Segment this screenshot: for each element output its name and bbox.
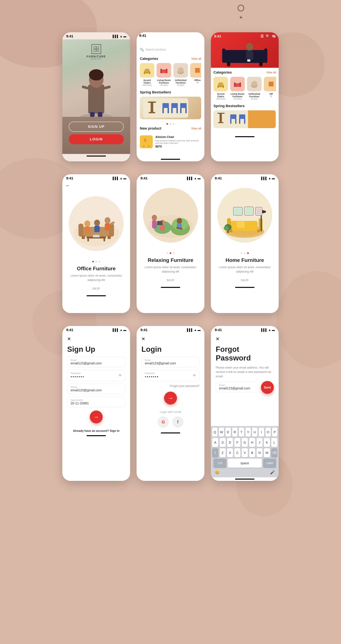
svg-rect-73 [108, 236, 111, 239]
key-d[interactable]: D [227, 438, 233, 447]
key-w[interactable]: W [219, 428, 224, 437]
key-l[interactable]: L [271, 438, 277, 447]
forgot-title: Forgot Password [211, 345, 279, 366]
categories-view-all[interactable]: View all [191, 57, 201, 60]
dot-2 [170, 123, 171, 125]
svg-rect-37 [143, 146, 145, 147]
key-i[interactable]: I [259, 428, 264, 437]
key-g[interactable]: G [242, 438, 248, 447]
detail-cat-2[interactable]: Living Room Furniture 742 items [230, 77, 245, 100]
key-t[interactable]: T [239, 428, 244, 437]
key-o[interactable]: O [265, 428, 271, 437]
key-f[interactable]: F [234, 438, 240, 447]
category-item-2[interactable]: Living Room Furniture 742 items [157, 63, 171, 86]
key-shift[interactable]: ⇧ [212, 448, 218, 457]
key-a[interactable]: A [212, 438, 218, 447]
key-e[interactable]: E [225, 428, 231, 437]
cart-icon[interactable]: 🛍 [200, 38, 204, 44]
key-m[interactable]: M [264, 448, 270, 457]
svg-point-55 [251, 81, 257, 86]
key-j[interactable]: J [256, 438, 263, 447]
login-password-eye-icon[interactable]: 👁 [193, 374, 196, 378]
banner-dots [140, 123, 201, 125]
signup-fab-button[interactable]: → [90, 410, 103, 424]
facebook-login-button[interactable]: f [172, 416, 183, 428]
status-icons-2: ▌▌▌ ▲ ▬ [188, 34, 202, 38]
login-close[interactable]: ✕ [137, 333, 204, 345]
cart-icon-3[interactable]: 🛍 [272, 34, 275, 38]
category-item-4[interactable]: Office 35 [190, 63, 201, 86]
key-k[interactable]: K [264, 438, 270, 447]
forgot-description: Please enter your email address. You wil… [211, 366, 279, 382]
signup-button[interactable]: SIGN UP [69, 122, 124, 132]
key-123[interactable]: 123 [213, 458, 226, 468]
circle-icon [238, 5, 244, 11]
svg-rect-107 [237, 222, 245, 228]
key-c[interactable]: C [234, 448, 240, 457]
key-n[interactable]: N [256, 448, 263, 457]
google-login-button[interactable]: G [158, 416, 169, 428]
svg-rect-34 [185, 108, 187, 113]
key-h[interactable]: H [249, 438, 255, 447]
key-p[interactable]: P [272, 428, 277, 437]
svg-rect-21 [195, 68, 200, 73]
ob3-skip[interactable]: SKIP [241, 279, 249, 282]
category-item-3[interactable]: Unfinished Furniture 53 items [173, 63, 188, 86]
category-item-1[interactable]: Accent Chairs 1500 items [140, 63, 154, 86]
detail-cat-4[interactable]: Off 35 [264, 77, 276, 100]
status-bar-1: 9:41 ▌▌▌ ▲ ▬ [62, 32, 130, 39]
search-icon-3[interactable]: 🔍 [266, 34, 270, 38]
sent-button[interactable]: Sent [261, 381, 274, 394]
cat-count-4: 35 [190, 82, 201, 84]
key-q[interactable]: Q [212, 428, 217, 437]
key-space[interactable]: space [228, 458, 262, 468]
hamburger-icon-3[interactable]: ☰ [260, 34, 264, 38]
keyboard-row-3: ⇧ Z X C V B N M ⌫ [212, 448, 277, 457]
login-title: Login [137, 345, 204, 357]
login-email-field[interactable]: Email email123@gmail.com [141, 357, 200, 367]
new-product-view-all[interactable]: View all [191, 127, 201, 130]
key-z[interactable]: Z [220, 448, 226, 457]
key-u[interactable]: U [252, 428, 257, 437]
signup-phone-field[interactable]: Phone email123@gmail.com [67, 384, 125, 394]
plus-icon: + [239, 14, 242, 20]
svg-rect-27 [162, 108, 164, 113]
key-r[interactable]: R [232, 428, 237, 437]
login-password-field[interactable]: Password ••••••• 👁 [141, 370, 200, 381]
signup-dob-field[interactable]: Date of birth 20-11-20991 [67, 397, 125, 407]
login-button[interactable]: LOGIN [69, 134, 124, 144]
forgot-password-link[interactable]: Forgot your password? [141, 384, 200, 388]
ob1-text: Office Furniture Lorem ipsum dolor sit a… [62, 266, 130, 282]
ob2-skip[interactable]: SKIP [166, 279, 174, 282]
signup-email-field[interactable]: Email email123@gmail.com [67, 357, 125, 367]
key-label[interactable]: Label [263, 458, 276, 468]
key-b[interactable]: B [249, 448, 255, 457]
ob1-skip[interactable]: SKIP [92, 287, 100, 290]
svg-rect-64 [239, 114, 245, 119]
detail-cat-1[interactable]: Accent Chairs 1500 items [213, 77, 228, 100]
key-v[interactable]: V [242, 448, 248, 457]
detail-cat-3[interactable]: Unfinished Furniture 53 items [247, 77, 261, 100]
status-bar-su: 9:41 ▌▌▌ ▲ ▬ [62, 326, 130, 333]
login-fab-button[interactable]: → [164, 392, 177, 404]
search-bar[interactable]: 🔍 Search produce [137, 46, 204, 54]
back-arrow[interactable]: ← [66, 183, 70, 188]
product-price: $870 [155, 145, 201, 148]
forgot-close[interactable]: ✕ [211, 333, 279, 345]
signup-password-field[interactable]: Password ••••••• 👁 [67, 370, 125, 381]
emoji-icon[interactable]: 😊 [215, 470, 220, 475]
key-x[interactable]: X [227, 448, 233, 457]
product-desc: Buy products related to lazy boy chair p… [155, 140, 201, 144]
home-indicator-ob2 [161, 287, 180, 288]
phone-splash: 9:41 ▌▌▌ ▲ ▬ FURNITURE DESIGN [62, 32, 130, 161]
key-y[interactable]: Y [245, 428, 251, 437]
svg-rect-25 [149, 112, 155, 113]
key-s[interactable]: S [220, 438, 226, 447]
key-backspace[interactable]: ⌫ [271, 448, 277, 457]
relax-illustration [137, 181, 204, 249]
password-eye-icon[interactable]: 👁 [118, 374, 122, 378]
signup-close[interactable]: ✕ [62, 333, 130, 345]
detail-view-all[interactable]: View all [266, 71, 276, 74]
hamburger-icon[interactable]: ☰ [137, 38, 140, 44]
mic-icon[interactable]: 🎤 [270, 470, 275, 475]
